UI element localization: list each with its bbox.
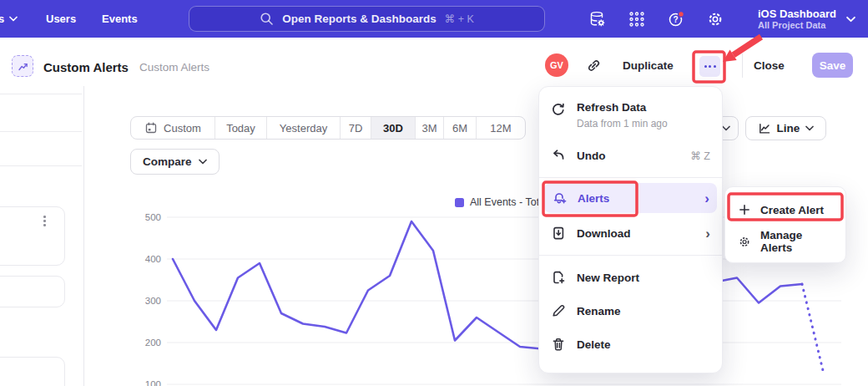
submenu-item-create-alert[interactable]: Create Alert	[725, 194, 845, 226]
gear-icon	[738, 235, 751, 249]
menu-item-delete[interactable]: Delete	[539, 328, 722, 361]
nav-item-events[interactable]: Events	[102, 0, 138, 38]
date-range-segmented-control: Custom Today Yesterday 7D 30D 3M 6M 12M	[130, 116, 526, 140]
card-kebab-menu-icon[interactable]	[43, 216, 46, 226]
chart-legend[interactable]: All Events - Total	[455, 196, 548, 208]
chart-type-button[interactable]: Line	[745, 116, 826, 140]
svg-text:100: 100	[145, 379, 161, 386]
menu-item-new-report[interactable]: New Report	[539, 261, 722, 294]
date-range-7d[interactable]: 7D	[341, 117, 371, 139]
date-range-3m[interactable]: 3M	[416, 117, 444, 139]
chevron-down-icon	[722, 125, 730, 131]
sidebar-divider	[83, 86, 84, 386]
menu-item-label: Alerts	[578, 192, 609, 205]
legend-swatch	[455, 198, 464, 207]
save-button[interactable]: Save	[812, 53, 853, 78]
close-button[interactable]: Close	[754, 59, 785, 72]
menu-item-download[interactable]: Download ›	[539, 216, 722, 250]
menu-divider	[539, 255, 722, 256]
report-icon	[12, 55, 33, 77]
menu-item-label: New Report	[577, 272, 639, 284]
global-search[interactable]: Open Reports & Dashboards ⌘ + K	[189, 6, 545, 32]
chevron-down-icon	[805, 125, 814, 131]
chevron-down-icon	[9, 16, 18, 22]
submenu-item-manage-alerts[interactable]: Manage Alerts	[725, 226, 845, 257]
menu-item-label: Refresh Data	[577, 101, 710, 114]
breadcrumb: Custom Alerts	[139, 61, 209, 74]
nav-item-cut[interactable]: s	[0, 0, 18, 38]
line-chart-icon	[758, 122, 771, 135]
svg-text:400: 400	[145, 254, 161, 264]
date-range-yesterday[interactable]: Yesterday	[267, 117, 341, 139]
menu-item-undo[interactable]: Undo ⌘ Z	[539, 139, 722, 172]
copy-link-icon[interactable]	[586, 58, 602, 74]
compare-button[interactable]: Compare	[130, 149, 220, 175]
undo-shortcut: ⌘ Z	[690, 150, 710, 162]
settings-gear-icon[interactable]	[706, 10, 724, 28]
submenu-chevron-icon: ›	[705, 226, 710, 241]
navbar-icon-group: ?	[588, 0, 724, 38]
duplicate-button[interactable]: Duplicate	[623, 59, 674, 72]
calendar-icon	[144, 121, 158, 135]
undo-icon	[551, 148, 566, 163]
download-icon	[551, 226, 566, 241]
menu-item-rename[interactable]: Rename	[539, 294, 722, 328]
app-window: 100200300400500 s Users Events Open Repo…	[0, 0, 868, 386]
menu-item-refresh-data[interactable]: Refresh Data Data from 1 min ago	[539, 94, 722, 139]
refresh-icon	[551, 102, 566, 117]
nav-item-users[interactable]: Users	[46, 0, 76, 38]
submenu-item-label: Manage Alerts	[760, 229, 833, 254]
svg-text:?: ?	[673, 15, 678, 24]
sidebar-row-divider	[0, 165, 82, 166]
avatar[interactable]: GV	[545, 53, 568, 77]
menu-item-label: Undo	[577, 150, 606, 162]
sidebar-row-divider	[0, 131, 82, 132]
date-range-30d-selected[interactable]: 30D	[371, 117, 416, 139]
nav-item-cut-label: s	[0, 13, 4, 25]
menu-item-label: Delete	[577, 338, 611, 351]
sidebar-card[interactable]	[0, 357, 65, 386]
menu-divider	[539, 177, 722, 178]
date-range-12m[interactable]: 12M	[477, 117, 525, 139]
chevron-down-icon	[199, 159, 207, 165]
sidebar-card[interactable]	[0, 276, 65, 307]
project-switcher[interactable]: iOS Dashboard All Project Data	[758, 0, 855, 38]
new-report-icon	[551, 270, 566, 285]
header-divider	[742, 53, 743, 78]
plus-icon	[738, 203, 751, 216]
svg-text:300: 300	[145, 296, 161, 306]
alerts-submenu: Create Alert Manage Alerts	[724, 186, 846, 263]
sidebar-row-divider	[0, 94, 82, 94]
menu-item-label: Download	[577, 227, 631, 240]
top-navbar: s Users Events Open Reports & Dashboards…	[0, 0, 868, 38]
search-icon	[260, 12, 274, 26]
notification-dot	[679, 11, 684, 17]
date-range-today[interactable]: Today	[215, 117, 267, 139]
project-name: iOS Dashboard	[758, 8, 836, 20]
submenu-item-label: Create Alert	[760, 204, 824, 216]
pencil-icon	[551, 303, 566, 318]
legend-label: All Events - Total	[470, 196, 548, 208]
chevron-down-icon	[846, 16, 855, 23]
bell-plus-icon	[552, 190, 567, 206]
report-header: Custom Alerts Custom Alerts GV Duplicate…	[0, 38, 868, 86]
svg-text:500: 500	[145, 212, 161, 222]
submenu-chevron-icon: ›	[704, 191, 709, 206]
search-placeholder: Open Reports & Dashboards	[282, 13, 437, 25]
date-range-6m[interactable]: 6M	[444, 117, 477, 139]
date-range-custom[interactable]: Custom	[131, 117, 215, 139]
svg-text:200: 200	[145, 338, 161, 348]
more-options-button[interactable]	[699, 56, 720, 77]
help-icon[interactable]: ?	[667, 10, 685, 28]
menu-item-alerts[interactable]: Alerts ›	[544, 183, 717, 213]
data-management-icon[interactable]	[588, 10, 607, 28]
page-title: Custom Alerts	[43, 60, 129, 74]
apps-grid-icon[interactable]	[628, 10, 646, 28]
trash-icon	[551, 337, 566, 352]
search-shortcut: ⌘ + K	[445, 13, 474, 25]
more-options-menu: Refresh Data Data from 1 min ago Undo ⌘ …	[538, 86, 723, 373]
menu-item-label: Rename	[577, 305, 621, 317]
sidebar-card[interactable]	[0, 206, 65, 266]
refresh-freshness-text: Data from 1 min ago	[577, 118, 710, 130]
project-subtitle: All Project Data	[758, 20, 836, 31]
